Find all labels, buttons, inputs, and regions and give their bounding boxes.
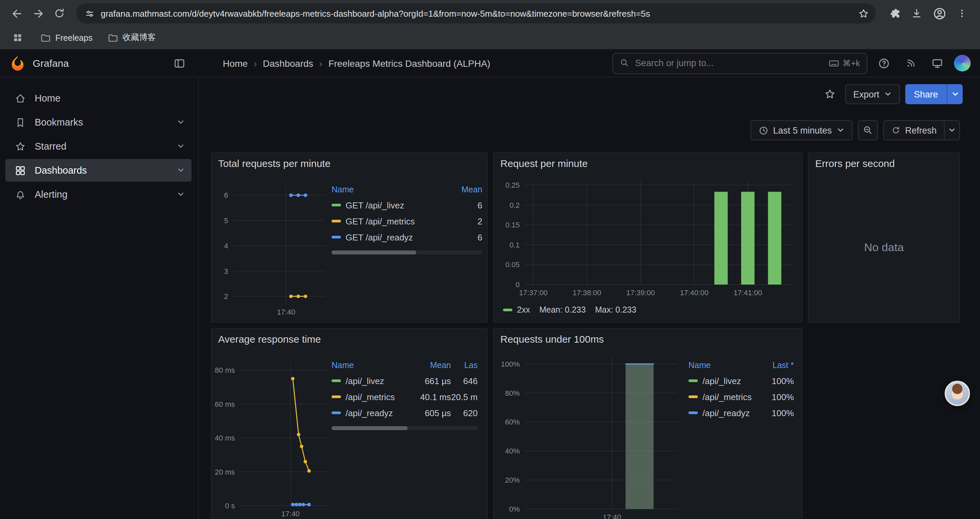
grafana-header-right: Home › Dashboards › Freeleaps Metrics Da… (199, 50, 980, 77)
panel-avg-response-time: Average response time 80 ms60 ms40 ms20 … (211, 328, 488, 519)
sidebar-collapse-button[interactable] (169, 53, 189, 73)
series-label: 2xx (517, 305, 530, 315)
legend-row[interactable]: /api/_metrics 100% (689, 389, 794, 405)
reload-button[interactable] (49, 3, 69, 23)
back-button[interactable] (7, 3, 27, 23)
breadcrumb-dashboards[interactable]: Dashboards (263, 58, 313, 69)
bookmark-icon (15, 117, 26, 128)
under-100ms-chart[interactable]: 100%80%60%40%20%0%17:40 (496, 349, 683, 519)
legend-row[interactable]: GET /api/_livez 6 (332, 197, 482, 213)
dashboard-actions: Export Share (199, 84, 963, 104)
legend-row[interactable]: /api/_livez 661 µs 646 (332, 373, 478, 389)
export-button[interactable]: Export (845, 84, 900, 104)
scrollbar-thumb[interactable] (332, 251, 416, 254)
legend-col-name[interactable]: Name (689, 361, 759, 370)
apps-shortcut-button[interactable] (10, 30, 25, 46)
news-button[interactable] (900, 53, 921, 73)
legend-item[interactable]: 2xx (503, 305, 530, 315)
sidebar-item-home[interactable]: Home (5, 87, 191, 110)
folder-icon (40, 32, 51, 43)
series-color-dash (689, 379, 698, 382)
legend-scrollbar[interactable] (332, 426, 478, 430)
downloads-button[interactable] (907, 3, 927, 23)
avg-response-time-chart[interactable]: 80 ms60 ms40 ms20 ms0 s17:40 (213, 354, 332, 519)
zoom-out-button[interactable] (858, 120, 878, 140)
legend-row[interactable]: /api/_readyz 100% (689, 405, 794, 421)
browser-toolbar: grafana.mathmast.com/d/deytv4rwavabkb/fr… (0, 0, 980, 27)
extensions-button[interactable] (884, 3, 904, 23)
forward-button[interactable] (28, 3, 48, 23)
share-button[interactable]: Share (905, 84, 947, 104)
star-icon (858, 8, 869, 19)
legend-row[interactable]: /api/_metrics 40.1 ms 20.5 m (332, 389, 478, 405)
panel-title[interactable]: Request per minute (500, 158, 588, 169)
browser-menu-button[interactable] (952, 3, 972, 23)
browser-actions (884, 3, 973, 23)
bookmark-star-button[interactable] (854, 5, 872, 22)
url-bar[interactable]: grafana.mathmast.com/d/deytv4rwavabkb/fr… (76, 3, 876, 23)
favorite-dashboard-button[interactable] (820, 84, 840, 104)
chevron-down-icon[interactable] (177, 142, 185, 150)
series-mean: 605 µs (411, 408, 451, 418)
series-color-dash (332, 204, 341, 206)
legend-scrollbar[interactable] (332, 251, 482, 254)
sidebar-item-starred[interactable]: Starred (5, 135, 191, 158)
panel-title[interactable]: Average response time (218, 333, 321, 345)
bookmark-folder-blogs[interactable]: 收藏博客 (107, 32, 156, 43)
series-color-dash (332, 379, 341, 382)
svg-text:4: 4 (224, 242, 228, 250)
share-menu-button[interactable] (947, 84, 963, 104)
refresh-interval-button[interactable] (944, 120, 960, 140)
legend-row[interactable]: GET /api/_metrics 2 (332, 213, 482, 229)
breadcrumb-home[interactable]: Home (223, 58, 248, 69)
browser-profile-button[interactable] (929, 3, 949, 23)
share-label: Share (914, 89, 938, 99)
requests-per-minute-chart[interactable]: 0.250.20.150.10.05017:37:0017:38:0017:39… (496, 176, 799, 301)
chevron-down-icon[interactable] (177, 166, 185, 174)
chevron-down-icon[interactable] (177, 118, 185, 126)
series-label: /api/_readyz (345, 408, 393, 418)
svg-text:17:40: 17:40 (281, 509, 299, 518)
legend-col-last[interactable]: Last * (759, 361, 794, 370)
help-button[interactable] (874, 53, 894, 73)
panel-grid: Total requests per minute 6543217:40 Nam… (211, 152, 980, 519)
legend-col-last[interactable]: Las (451, 361, 478, 370)
legend-col-name[interactable]: Name (332, 185, 444, 194)
floating-avatar[interactable] (945, 381, 970, 406)
sidebar-item-dashboards[interactable]: Dashboards (5, 159, 191, 182)
search-input[interactable] (635, 58, 823, 68)
total-requests-chart[interactable]: 6543217:40 (215, 180, 330, 319)
series-color-dash (689, 395, 698, 398)
grafana-logo[interactable] (10, 55, 26, 72)
svg-text:100%: 100% (501, 360, 520, 368)
legend-row[interactable]: /api/_readyz 605 µs 620 (332, 405, 478, 421)
series-name: GET /api/_metrics (332, 216, 444, 226)
scrollbar-thumb[interactable] (332, 426, 407, 430)
sidebar-item-bookmarks[interactable]: Bookmarks (5, 111, 191, 134)
panel-title[interactable]: Total requests per minute (218, 158, 331, 169)
download-icon (911, 7, 923, 19)
legend-col-mean[interactable]: Mean (444, 185, 482, 194)
keyboard-icon (829, 58, 839, 69)
time-range-picker[interactable]: Last 5 minutes (751, 120, 853, 140)
panel-title[interactable]: Errors per second (815, 158, 895, 169)
site-settings-icon[interactable] (84, 8, 95, 19)
display-button[interactable] (927, 53, 947, 73)
legend-row[interactable]: GET /api/_readyz 6 (332, 229, 482, 245)
forward-icon (32, 7, 45, 20)
legend-col-mean[interactable]: Mean (411, 361, 451, 370)
chevron-down-icon[interactable] (177, 190, 185, 198)
grafana-user-avatar[interactable] (954, 55, 970, 72)
series-last: 100% (759, 392, 794, 402)
refresh-button[interactable]: Refresh (883, 120, 944, 140)
star-icon (15, 141, 26, 152)
search-bar[interactable]: ⌘+k (612, 53, 867, 74)
legend-row[interactable]: /api/_livez 100% (689, 373, 794, 389)
sidebar-item-alerting[interactable]: Alerting (5, 183, 191, 206)
svg-text:17:40: 17:40 (277, 308, 295, 316)
panel-title[interactable]: Requests under 100ms (500, 333, 604, 345)
legend-col-name[interactable]: Name (332, 361, 411, 370)
sidebar-item-label: Bookmarks (35, 117, 83, 128)
bookmark-folder-freeleaps[interactable]: Freeleaps (40, 32, 92, 43)
panel-row-1: Total requests per minute 6543217:40 Nam… (211, 152, 980, 323)
